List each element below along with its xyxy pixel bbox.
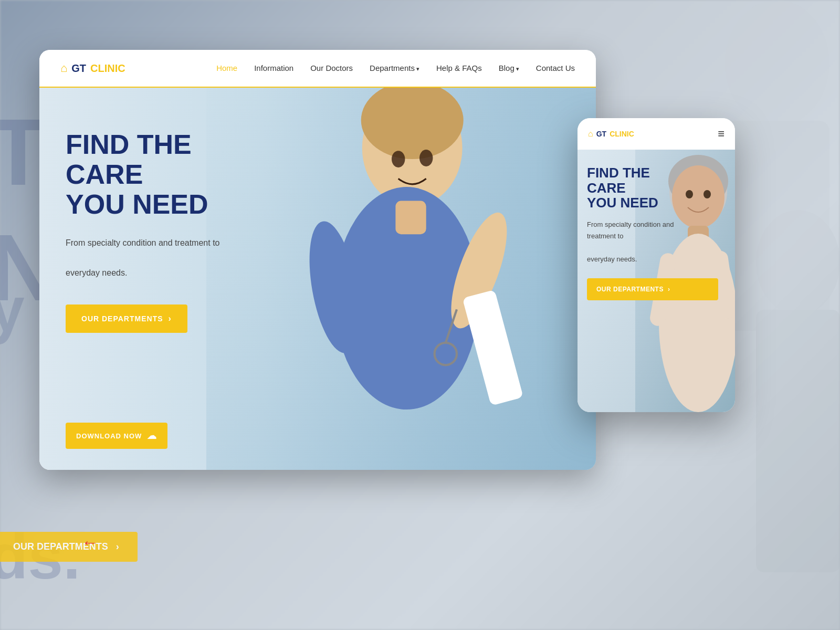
desktop-logo[interactable]: ⌂ GT CLINIC — [60, 61, 125, 75]
nav-item-information[interactable]: Information — [254, 64, 293, 73]
mobile-chevron-right-icon: › — [668, 286, 670, 293]
mobile-hero-content: FIND THE CARE YOU NEED From specialty co… — [587, 165, 692, 300]
svg-point-10 — [392, 151, 405, 167]
departments-button-label: OUR DEPARTMENTS — [81, 314, 163, 323]
desktop-mockup: ⌂ GT CLINIC Home Information Our Doctors… — [39, 50, 596, 470]
logo-clinic-text: CLINIC — [90, 62, 125, 75]
nav-link-home[interactable]: Home — [216, 64, 237, 72]
mobile-departments-label: OUR DEPARTMENTS — [596, 286, 664, 293]
nav-item-home[interactable]: Home — [216, 64, 237, 73]
mobile-mockup: ⌂ GT CLINIC ≡ — [578, 118, 735, 412]
mobile-logo-clinic: CLINIC — [610, 130, 634, 138]
nav-link-information[interactable]: Information — [254, 64, 293, 72]
departments-button[interactable]: OUR DEPARTMENTS › — [66, 304, 187, 333]
svg-point-21 — [704, 190, 711, 198]
svg-point-0 — [724, 0, 830, 126]
mobile-hero-subtitle: From specialty condition and treatment t… — [587, 219, 692, 265]
svg-rect-12 — [395, 201, 426, 235]
svg-rect-3 — [756, 310, 840, 572]
mobile-hero: FIND THE CARE YOU NEED From specialty co… — [578, 150, 735, 412]
desktop-hero-title: FIND THE CARE YOU NEED — [66, 130, 276, 220]
nav-link-doctors[interactable]: Our Doctors — [310, 64, 353, 72]
logo-gt-text: GT — [71, 62, 86, 75]
nav-link-help[interactable]: Help & FAQs — [436, 64, 482, 72]
cloud-upload-icon: ☁ — [147, 430, 157, 442]
mobile-logo[interactable]: ⌂ GT CLINIC — [588, 129, 718, 139]
nav-item-doctors[interactable]: Our Doctors — [310, 64, 353, 73]
desktop-hero: FIND THE CARE YOU NEED From specialty co… — [39, 88, 596, 470]
svg-point-11 — [419, 150, 433, 166]
svg-point-2 — [756, 210, 840, 315]
desktop-navbar: ⌂ GT CLINIC Home Information Our Doctors… — [39, 50, 596, 88]
mobile-hero-title: FIND THE CARE YOU NEED — [587, 165, 692, 211]
mobile-navbar: ⌂ GT CLINIC ≡ — [578, 118, 735, 150]
nav-item-blog[interactable]: Blog — [499, 64, 519, 73]
mobile-departments-button[interactable]: OUR DEPARTMENTS › — [587, 278, 718, 300]
download-label: DOWNLOAD NOW — [76, 432, 142, 440]
nav-link-departments[interactable]: Departments — [370, 64, 419, 72]
download-button[interactable]: DOWNLOAD NOW ☁ — [66, 423, 167, 449]
background-button: OUR DEPARTMENTS › — [0, 532, 138, 562]
mobile-logo-house-icon: ⌂ — [588, 129, 593, 139]
nav-item-contact[interactable]: Contact Us — [536, 64, 575, 73]
chevron-right-icon: › — [169, 314, 172, 323]
hamburger-menu-button[interactable]: ≡ — [718, 127, 724, 141]
arrow-indicator: ← — [81, 533, 98, 552]
nav-link-contact[interactable]: Contact Us — [536, 64, 575, 72]
nav-item-departments[interactable]: Departments — [370, 64, 419, 73]
nav-item-help[interactable]: Help & FAQs — [436, 64, 482, 73]
desktop-hero-content: FIND THE CARE YOU NEED From specialty co… — [66, 130, 276, 333]
mobile-logo-gt: GT — [596, 130, 606, 138]
desktop-nav-links: Home Information Our Doctors Departments… — [216, 64, 575, 73]
desktop-hero-subtitle: From specialty condition and treatment t… — [66, 236, 276, 281]
nav-link-blog[interactable]: Blog — [499, 64, 519, 72]
logo-house-icon: ⌂ — [60, 61, 67, 75]
